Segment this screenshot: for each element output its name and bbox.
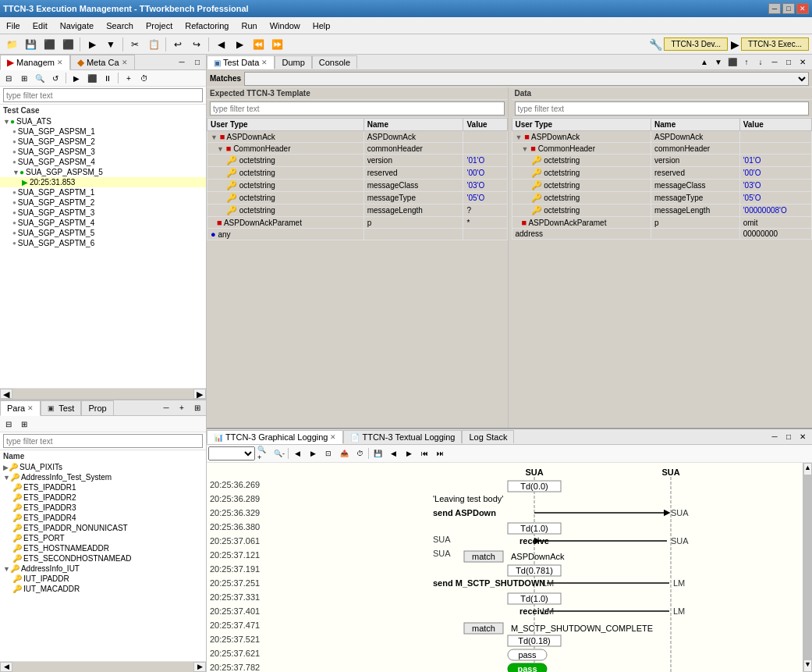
param-ets-secondhost[interactable]: 🔑 ETS_SECONDHOSTNAMEAD <box>0 553 206 564</box>
td-maximize[interactable]: □ <box>782 56 795 69</box>
minimize-panel-btn[interactable]: ─ <box>175 56 189 69</box>
param-sua-pixits[interactable]: ▶ 🔑 SUA_PIXITs <box>0 462 206 472</box>
toolbar-btn-5[interactable]: ▶ <box>83 36 101 53</box>
stop-btn[interactable]: ⬛ <box>85 72 99 84</box>
tree-item-sgp-aspsm5[interactable]: ▼ ● SUA_SGP_ASPSM_5 <box>0 167 206 177</box>
close-tab-icon[interactable]: ✕ <box>57 59 63 66</box>
filter-btn[interactable]: 🔍 <box>33 72 47 84</box>
table-row[interactable]: 🔑 octetstring messageType '05'O <box>207 192 508 204</box>
scroll-right-btn[interactable]: ▶ <box>193 389 206 399</box>
table-row[interactable]: 🔑 octetstring messageLength '00000008'O <box>512 204 812 217</box>
minimize-button[interactable]: ─ <box>768 3 781 14</box>
param-address-test[interactable]: ▼ 🔑 AddressInfo_Test_System <box>0 472 206 482</box>
toolbar-btn-13[interactable]: ⏪ <box>250 36 267 53</box>
bl-minimize[interactable]: ─ <box>768 431 781 443</box>
menu-project[interactable]: Project <box>140 20 179 32</box>
bl-maximize[interactable]: □ <box>782 431 795 443</box>
toolbar-btn-1[interactable]: 📁 <box>3 36 20 53</box>
table-row[interactable]: ▼ ■ CommonHeader commonHeader <box>512 143 812 155</box>
table-row[interactable]: ▼ ■ CommonHeader commonHeader <box>207 143 508 155</box>
lb-filter-input[interactable] <box>3 434 203 448</box>
tree-item-sgp-asptm5[interactable]: ● SUA_SGP_ASPTM_5 <box>0 228 206 238</box>
pause-btn[interactable]: ⏸ <box>101 72 115 84</box>
refresh-btn[interactable]: ↺ <box>48 72 62 84</box>
table-row[interactable]: 🔑 octetstring messageClass '03'O <box>207 180 508 192</box>
matches-dropdown[interactable] <box>244 72 809 86</box>
ttcn-dev-label[interactable]: TTCN-3 Dev... <box>664 37 728 51</box>
expand-pixits-icon[interactable]: ▶ <box>3 464 9 471</box>
lb-scrollbar-track[interactable] <box>12 662 193 672</box>
fit-btn[interactable]: ⊡ <box>321 447 335 460</box>
left-filter-input[interactable] <box>3 88 203 102</box>
menu-refactoring[interactable]: Refactoring <box>179 20 235 32</box>
v-scrollbar[interactable]: ▲ ▼ <box>803 463 812 672</box>
tree-item-sgp-asptm1[interactable]: ● SUA_SGP_ASPTM_1 <box>0 187 206 197</box>
bl-close[interactable]: ✕ <box>796 431 809 443</box>
table-row[interactable]: 🔑 octetstring version '01'O <box>512 155 812 167</box>
tree-item-sgp-asptm4[interactable]: ● SUA_SGP_ASPTM_4 <box>0 218 206 228</box>
scroll-down-btn[interactable]: ▼ <box>803 660 812 672</box>
tab-textual-logging[interactable]: 📄 TTCN-3 Textual Logging <box>343 430 462 443</box>
td-minimize[interactable]: ─ <box>768 56 781 69</box>
table-row[interactable]: 🔑 octetstring messageType '05'O <box>512 192 812 204</box>
window-controls[interactable]: ─ □ ✕ <box>768 3 809 14</box>
lb-expand-btn[interactable]: ⊞ <box>17 418 31 430</box>
next2-btn[interactable]: ⏭ <box>433 447 447 460</box>
expand-all-btn[interactable]: ⊞ <box>17 72 31 84</box>
menu-search[interactable]: Search <box>100 20 140 32</box>
toolbar-btn-14[interactable]: ⏩ <box>268 36 285 53</box>
scrollbar-track[interactable] <box>12 389 193 399</box>
prev2-btn[interactable]: ⏮ <box>417 447 431 460</box>
toolbar-btn-10[interactable]: ↪ <box>188 36 205 53</box>
expand-iut-icon[interactable]: ▼ <box>3 565 10 573</box>
menu-edit[interactable]: Edit <box>27 20 54 32</box>
toolbar-btn-11[interactable]: ◀ <box>212 36 229 53</box>
scroll-up-btn[interactable]: ▲ <box>803 463 812 475</box>
lb-minimize-btn[interactable]: ─ <box>159 402 173 414</box>
tab-test[interactable]: ▣ Test <box>41 400 81 415</box>
table-row[interactable]: 🔑 octetstring version '01'O <box>207 155 508 167</box>
param-ets-ipaddr2[interactable]: 🔑 ETS_IPADDR2 <box>0 492 206 503</box>
scroll-left-btn[interactable]: ◀ <box>0 389 12 399</box>
toolbar-btn-2[interactable]: 💾 <box>22 36 39 53</box>
td-btn-2[interactable]: ▼ <box>712 56 725 69</box>
menu-run[interactable]: Run <box>236 20 264 32</box>
scroll-right-log[interactable]: ▶ <box>306 447 320 460</box>
table-row[interactable]: 🔑 octetstring messageLength ? <box>207 204 508 217</box>
param-ets-ipaddr3[interactable]: 🔑 ETS_IPADDR3 <box>0 503 206 513</box>
lb-scroll-left[interactable]: ◀ <box>0 662 12 672</box>
table-row[interactable]: ▼ ■ ASPDownAck ASPDownAck <box>207 131 508 143</box>
tab-management[interactable]: ▶ Managem ✕ <box>0 55 70 70</box>
tab-console[interactable]: Console <box>312 55 357 69</box>
table-row[interactable]: ■ ASPDownAckParamet p omit <box>512 217 812 229</box>
td-btn-4[interactable]: ↑ <box>740 56 753 69</box>
zoom-out-btn[interactable]: 🔍- <box>272 447 286 460</box>
lb-collapse-btn[interactable]: ⊟ <box>2 418 16 430</box>
menu-file[interactable]: File <box>0 20 27 32</box>
close-button[interactable]: ✕ <box>796 3 809 14</box>
table-row[interactable]: 🔑 octetstring reserved '00'O <box>207 167 508 180</box>
expand-icon[interactable]: ▼ <box>3 118 10 126</box>
toolbar-btn-9[interactable]: ↩ <box>169 36 186 53</box>
param-ets-ipaddr1[interactable]: 🔑 ETS_IPADDR1 <box>0 482 206 492</box>
lb-scroll-right[interactable]: ▶ <box>193 662 206 672</box>
param-iut-ipaddr[interactable]: 🔑 IUT_IPADDR <box>0 574 206 584</box>
toolbar-btn-12[interactable]: ▶ <box>231 36 248 53</box>
tab-test-data[interactable]: ▣ Test Data ✕ <box>207 55 275 69</box>
maximize-button[interactable]: □ <box>782 3 795 14</box>
v-scrollbar-thumb[interactable] <box>803 475 812 660</box>
scroll-left-log[interactable]: ◀ <box>290 447 304 460</box>
zoom-select[interactable] <box>208 446 255 460</box>
param-ets-port[interactable]: 🔑 ETS_PORT <box>0 533 206 543</box>
tree-item-sgp-asptm6[interactable]: ● SUA_SGP_ASPTM_6 <box>0 238 206 248</box>
menu-help[interactable]: Help <box>307 20 337 32</box>
tree-item-sgp-asptm3[interactable]: ● SUA_SGP_ASPTM_3 <box>0 208 206 218</box>
data-filter-input[interactable] <box>515 101 810 116</box>
lb-add-btn[interactable]: + <box>175 402 189 414</box>
ttcn-exec-label[interactable]: TTCN-3 Exec... <box>741 37 809 51</box>
close-testdata-icon[interactable]: ✕ <box>261 59 268 66</box>
ttcn-dev-btn[interactable]: 🔧 TTCN-3 Dev... <box>649 37 728 51</box>
tree-item-timestamp[interactable]: ▶ 20:25:31.853 <box>0 177 206 187</box>
tree-item-sgp-aspsm3[interactable]: ● SUA_SGP_ASPSM_3 <box>0 147 206 157</box>
export-btn[interactable]: 📤 <box>337 447 351 460</box>
